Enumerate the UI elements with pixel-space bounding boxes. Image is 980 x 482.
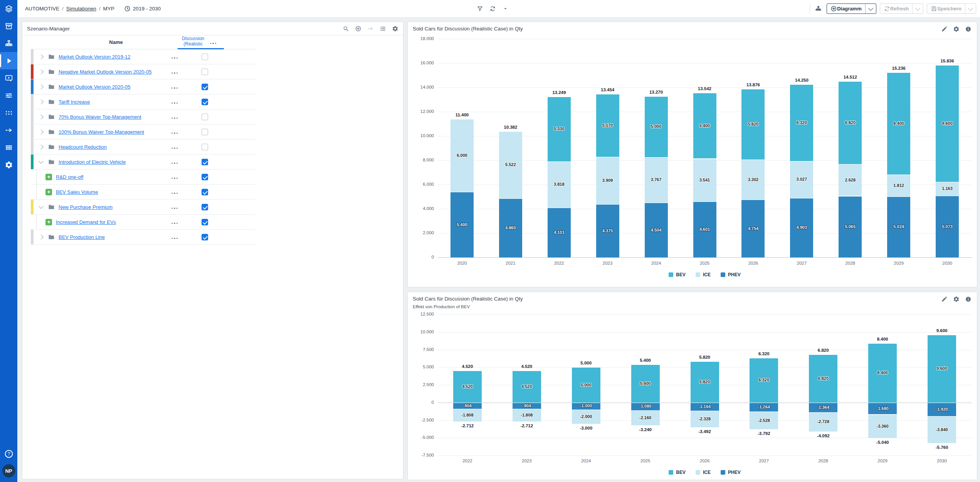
sidebar-item-screen-play[interactable] [0,69,17,87]
row-options-icon[interactable] [167,215,182,229]
row-options-icon[interactable] [167,124,182,139]
segment-value-label: 3.767 [632,177,681,182]
scenario-link[interactable]: 70% Bonus Waiver Top-Management [59,114,141,120]
sidebar-item-org-chart[interactable] [0,35,17,52]
scenario-link[interactable]: BEV Production Line [59,234,105,240]
legend-item-phev[interactable]: PHEV [721,470,741,475]
row-options-icon[interactable] [167,185,182,199]
sidebar-item-arrow-right[interactable] [0,121,17,139]
hierarchy-icon[interactable] [815,5,822,12]
row-options-icon[interactable] [167,64,182,79]
expand-chevron-icon[interactable] [38,115,44,119]
scenario-checkbox[interactable] [202,204,208,210]
expand-chevron-icon[interactable] [38,70,44,74]
legend-label: ICE [703,470,711,475]
expand-chevron-icon[interactable] [38,130,44,134]
scenario-link[interactable]: Increased Demand for EVs [56,219,116,225]
scenario-checkbox[interactable] [202,219,208,225]
scenario-link[interactable]: R&D one-off [56,174,83,180]
legend-item-bev[interactable]: BEV [669,470,686,475]
table-row[interactable]: Headcount Reduction [31,139,256,155]
diagramm-button[interactable]: Diagramm [827,3,876,14]
gear-icon[interactable] [392,25,398,32]
scenario-link[interactable]: Market Outlook Version 2020-05 [59,84,130,90]
scenario-link[interactable]: New Purchase Premium [59,204,113,210]
sidebar-item-archive[interactable] [0,17,17,35]
scenario-checkbox[interactable] [202,189,208,195]
row-options-icon[interactable] [167,155,182,169]
scenario-link[interactable]: 100% Bonus Waiver Top-Management [59,129,144,135]
row-options-icon[interactable] [167,170,182,184]
scenario-checkbox[interactable] [202,84,208,90]
breadcrumb-item-simulationen[interactable]: Simulationen [66,6,96,12]
sidebar-item-gear[interactable] [0,156,17,173]
table-row[interactable]: BEV Production Line [31,230,256,245]
row-options-icon[interactable] [167,200,182,214]
expand-chevron-icon[interactable] [38,100,44,104]
avatar[interactable]: NP [2,464,15,477]
column-options-icon[interactable] [207,35,219,49]
expand-chevron-icon[interactable] [38,206,44,208]
total-label-top: 14.250 [777,78,826,82]
scenario-link[interactable]: BEV Sales Volume [56,189,98,195]
table-row[interactable]: 100% Bonus Waiver Top-Management [31,124,256,139]
scenario-checkbox[interactable] [202,114,208,120]
refresh-icon[interactable] [489,5,496,12]
scenario-link[interactable]: Market Outlook Version 2019-12 [59,54,130,60]
table-row[interactable]: Tariff Increase [31,94,256,109]
table-row[interactable]: BEV Sales Volume [31,185,256,200]
table-row[interactable]: Increased Demand for EVs [31,215,256,230]
search-icon[interactable] [343,25,349,32]
filter-icon[interactable] [477,5,483,12]
expand-chevron-icon[interactable] [38,161,44,163]
expand-chevron-icon[interactable] [38,85,44,89]
row-options-icon[interactable] [167,139,182,154]
scenario-checkbox[interactable] [202,144,208,150]
table-row[interactable]: New Purchase Premium [31,200,256,215]
row-options-icon[interactable] [167,49,182,64]
scenario-checkbox[interactable] [202,129,208,135]
scenario-link[interactable]: Tariff Increase [59,99,90,105]
sidebar-item-sliders[interactable] [0,87,17,104]
table-row[interactable]: R&D one-off [31,170,256,185]
sidebar-item-nodes[interactable] [0,104,17,121]
table-row[interactable]: Market Outlook Version 2020-05 [31,79,256,94]
sliders-icon [5,91,13,100]
expand-chevron-icon[interactable] [38,235,44,239]
scenario-link[interactable]: Negative Market Outlook Version 2020-05 [59,69,151,75]
table-row[interactable]: Market Outlook Version 2019-12 [31,49,256,64]
sidebar-item-layers[interactable] [0,0,17,17]
scenario-checkbox[interactable] [202,69,208,75]
y-tick-label: -5.000 [408,435,434,440]
row-options-icon[interactable] [167,94,182,109]
expand-chevron-icon[interactable] [38,145,44,149]
list-icon[interactable] [380,25,386,32]
table-row[interactable]: Negative Market Outlook Version 2020-05 [31,64,256,79]
scenario-checkbox[interactable] [202,174,208,180]
scenario-checkbox[interactable] [202,99,208,105]
row-options-icon[interactable] [167,79,182,94]
legend-item-bev[interactable]: BEV [669,272,686,277]
row-options-icon[interactable] [167,109,182,124]
legend-item-ice[interactable]: ICE [696,470,711,475]
legend-item-ice[interactable]: ICE [696,272,711,277]
chart-canvas: -7.500-5.000-2.50002.5005.0007.50010.000… [408,292,977,480]
table-row[interactable]: 70% Bonus Waiver Top-Management [31,109,256,124]
scenario-checkbox[interactable] [202,234,208,240]
row-options-icon[interactable] [167,230,182,244]
table-row[interactable]: Introduction of Electric Vehicle [31,155,256,170]
scenario-link[interactable]: Introduction of Electric Vehicle [59,159,126,165]
expand-chevron-icon[interactable] [38,55,44,59]
help-icon[interactable]: ? [4,449,14,459]
scenario-checkbox[interactable] [202,159,208,165]
scenario-link[interactable]: Headcount Reduction [59,144,107,150]
chevron-down-icon[interactable] [502,5,509,12]
plus-circle-icon[interactable] [355,25,361,32]
total-label-bottom: -5.040 [853,440,912,445]
sidebar-item-grid[interactable] [0,139,17,156]
time-range[interactable]: 2019 - 2030 [124,5,161,12]
breadcrumb-item-root[interactable]: AUTOMOTIVE [25,6,59,12]
legend-item-phev[interactable]: PHEV [721,272,741,277]
scenario-checkbox[interactable] [202,54,208,60]
sidebar-item-play[interactable] [0,52,17,69]
